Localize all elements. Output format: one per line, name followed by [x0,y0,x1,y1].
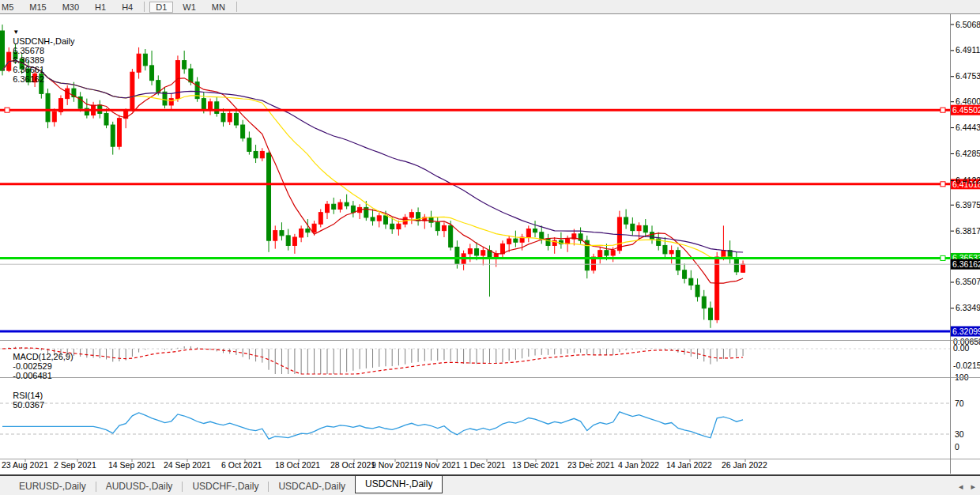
candle-body [183,61,187,69]
chart-background [0,13,980,474]
current-price-line-label: 6.36162 [952,259,980,269]
candle-body [669,251,673,254]
candle-body [267,153,271,241]
candle-body [741,264,745,272]
candle-body [435,222,439,230]
date-label: 2 Sep 2021 [54,460,96,470]
chart-tab-eurusd[interactable]: EURUSD-,Daily [9,479,96,493]
candle-body [280,231,284,236]
candle-body [300,229,303,237]
candle-body [643,225,647,232]
candle-body [130,72,134,110]
toolbar-separator [144,2,145,12]
timeframe-button-m30[interactable]: M30 [56,2,85,13]
candle-body [708,308,712,320]
chart-tab-usdchf[interactable]: USDCHF-,Daily [183,479,268,493]
price-tick-label: 6.47535 [956,71,980,81]
support-line-green-right-handle[interactable] [940,255,945,260]
candle-body [351,206,355,212]
macd-value-1: -0.002529 [13,361,52,371]
candle-body [143,54,147,66]
candle-body [377,216,381,221]
candle-body [397,224,401,229]
candle-body [683,270,687,278]
rsi-label: RSI(14) 50.0367 [3,381,44,419]
candle-body [409,213,413,217]
candle-body [273,231,277,241]
timeframe-button-h4[interactable]: H4 [115,2,139,13]
candle-body [624,217,628,224]
candle-body [46,93,50,121]
candle-body [514,239,518,242]
price-tick-label: 6.42855 [956,149,980,158]
candle-body [52,111,56,122]
timeframe-button-h1[interactable]: H1 [89,2,112,13]
resistance-line-upper-right-handle[interactable] [940,108,945,112]
tab-scroll-left-icon[interactable]: ◂ [959,482,963,492]
macd-value-2: -0.006481 [13,371,52,380]
chart-tab-usdcnh[interactable]: USDCNH-,Daily [355,475,443,493]
support-line-blue-label: 6.32099 [952,327,980,336]
candle-body [637,225,641,230]
ohlc-open: 6.35678 [13,46,44,55]
ohlc-low: 6.36661 [13,65,44,74]
candle-body [150,66,154,81]
price-tick-label: 6.50685 [956,20,980,29]
candle-body [345,202,349,206]
candle-body [254,151,258,157]
candle-body [292,237,296,245]
candle-body [318,213,322,225]
price-tick-label: 6.41225 [956,176,980,185]
price-tick-label: 6.44430 [956,123,980,132]
price-tick-label: 6.46005 [956,96,980,106]
timeframe-toolbar: M5M15M30H1H4D1W1MN [0,0,980,14]
candle-body [104,113,108,125]
candle-body [715,257,719,319]
candle-body [260,151,264,157]
timeframe-button-m15[interactable]: M15 [23,2,52,13]
candle-body [241,125,245,138]
symbol-name: USDCNH-,Daily [13,36,74,46]
rsi-value: 50.0367 [13,400,44,410]
date-label: 9 Nov 2021 [371,460,414,470]
chart-title: ▼ USDCNH-,Daily 6.35678 6.36389 6.36661 … [3,17,74,93]
candle-body [189,69,193,82]
candle-body [695,285,699,297]
timeframe-button-d1[interactable]: D1 [149,2,173,13]
candle-body [390,224,394,229]
candle-body [533,229,537,232]
chart-canvas[interactable]: 6.455026.410186.365336.361626.320996.506… [0,0,980,495]
rsi-axis-label: 30 [955,429,964,439]
candle-body [500,244,504,254]
candle-body [221,113,225,121]
candle-body [449,225,453,247]
candle-body [202,99,205,111]
timeframe-button-w1[interactable]: W1 [176,2,202,13]
chart-tab-usdcad[interactable]: USDCAD-,Daily [269,479,355,493]
timeframe-button-m5[interactable]: M5 [0,2,20,13]
candle-body [429,217,433,222]
candle-body [209,102,213,110]
candle-body [540,232,544,239]
date-label: 1 Dec 2021 [463,460,506,470]
symbol-dropdown-icon[interactable]: ▼ [13,28,19,36]
chart-tab-bar: EURUSD-,DailyAUDUSD-,DailyUSDCHF-,DailyU… [0,474,980,495]
price-tick-label: 6.49110 [956,45,980,55]
resistance-line-upper-left-handle[interactable] [5,108,9,112]
candle-body [605,251,609,255]
timeframe-button-mn[interactable]: MN [205,2,232,13]
candle-body [137,54,141,72]
resistance-line-upper-label: 6.45502 [952,105,980,115]
resistance-line-lower-right-handle[interactable] [940,182,945,187]
candle-body [306,229,310,232]
candle-body [156,81,160,93]
price-tick-label: 6.39750 [956,200,980,210]
date-label: 14 Jan 2022 [666,460,712,470]
candle-body [611,251,615,255]
candle-body [338,202,342,209]
candle-body [169,99,173,105]
candle-body [598,251,602,257]
candle-body [650,232,654,239]
chart-tab-audusd[interactable]: AUDUSD-,Daily [96,479,183,493]
tab-scroll-right-icon[interactable]: ▸ [971,482,975,492]
